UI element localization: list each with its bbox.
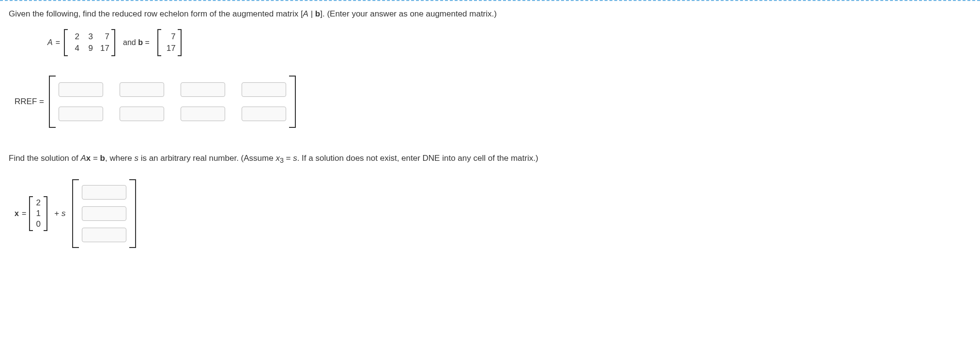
sol-mid2: is an arbitrary real number. (Assume [138, 154, 276, 163]
x-direction-input[interactable] [82, 228, 126, 242]
x-solution-section: x = 2 1 0 + s [9, 179, 971, 248]
x-direction-input-vector [72, 179, 136, 248]
rref-input[interactable] [181, 107, 225, 121]
problem-text: Given the following, find the reduced ro… [9, 8, 971, 20]
sol-mid: , where [105, 154, 134, 163]
sol-s: s [134, 154, 138, 163]
problem-container: Given the following, find the reduced ro… [0, 0, 980, 255]
rref-input[interactable] [242, 82, 286, 97]
matrix-cell: 17 [97, 44, 109, 53]
sol-eq: = [91, 154, 100, 163]
b-eq: = [143, 38, 150, 46]
A-label: A [47, 38, 53, 47]
rref-input-matrix [49, 76, 296, 128]
matrix-A: 2 3 7 4 9 17 [64, 29, 115, 56]
matrix-cell: 17 [163, 44, 176, 53]
sol-sub3: 3 [280, 156, 284, 164]
x-particular-vector: 2 1 0 [29, 196, 47, 231]
sol-prefix: Find the solution of [9, 154, 80, 163]
matrix-cell: 7 [163, 32, 176, 42]
sol-A: A [80, 154, 86, 163]
and: and [123, 38, 138, 46]
vector-cell: 1 [34, 209, 43, 218]
vector-cell: 0 [34, 219, 43, 229]
sol-suffix: . If a solution does not exist, enter DN… [297, 154, 538, 163]
given-matrices: A = 2 3 7 4 9 17 and b = [47, 29, 971, 56]
sol-x: x [86, 154, 91, 163]
sol-x3: x [276, 154, 280, 163]
A-letter: A [303, 9, 308, 18]
matrix-b: 7 17 [157, 29, 182, 56]
rref-input[interactable] [120, 82, 164, 97]
A-eq: = [56, 38, 60, 47]
rref-label: RREF = [15, 97, 44, 107]
rref-input[interactable] [181, 82, 225, 97]
matrix-cell: 2 [70, 32, 79, 42]
solution-text: Find the solution of Ax = b, where s is … [9, 152, 971, 166]
rref-input[interactable] [59, 82, 103, 97]
and-text: and b = [123, 38, 150, 47]
rref-input[interactable] [59, 107, 103, 121]
x-direction-input[interactable] [82, 206, 126, 221]
problem-suffix: ]. (Enter your answer as one augmented m… [320, 9, 497, 18]
matrix-cell: 7 [97, 32, 109, 42]
vector-cell: 2 [34, 198, 43, 208]
b-letter: b [315, 9, 320, 18]
matrix-cell: 9 [83, 44, 93, 53]
problem-prefix: Given the following, find the reduced ro… [9, 9, 303, 18]
s-var: s [61, 209, 66, 218]
sol-eq2: = [284, 154, 293, 163]
sol-b: b [100, 154, 105, 163]
plus-s: + s [54, 209, 65, 218]
rref-input[interactable] [120, 107, 164, 121]
rref-section: RREF = [9, 76, 971, 128]
plus: + [54, 209, 61, 218]
x-eq: = [22, 209, 26, 218]
matrix-cell: 3 [83, 32, 93, 42]
b-var: b [138, 38, 143, 46]
rref-input[interactable] [242, 107, 286, 121]
sol-s2: s [293, 154, 297, 163]
bar: | [308, 9, 315, 18]
matrix-cell: 4 [70, 44, 79, 53]
x-direction-input[interactable] [82, 185, 126, 200]
x-label: x [15, 209, 19, 218]
